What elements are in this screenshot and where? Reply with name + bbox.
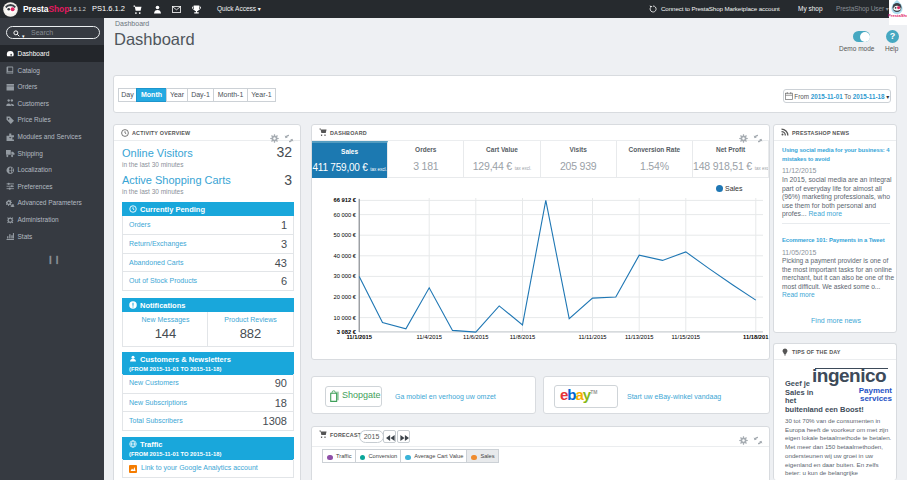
svg-text:40 000 €: 40 000 € (333, 253, 356, 259)
svg-text:11/8/2015: 11/8/2015 (510, 334, 535, 340)
svg-text:11/6/2015: 11/6/2015 (463, 334, 488, 340)
svg-text:66 912 €: 66 912 € (333, 197, 356, 203)
svg-text:30 000 €: 30 000 € (333, 273, 356, 279)
svg-text:11/13/2015: 11/13/2015 (625, 334, 654, 340)
svg-text:11/1/2015: 11/1/2015 (346, 334, 372, 340)
svg-text:20 000 €: 20 000 € (333, 294, 356, 300)
svg-text:11/18/201: 11/18/201 (743, 334, 769, 340)
svg-text:11/4/2015: 11/4/2015 (417, 334, 442, 340)
svg-text:11/15/2015: 11/15/2015 (672, 334, 701, 340)
svg-text:60 000 €: 60 000 € (333, 212, 356, 218)
svg-text:50 000 €: 50 000 € (333, 232, 356, 238)
svg-text:11/11/2015: 11/11/2015 (578, 334, 606, 340)
svg-text:10 000 €: 10 000 € (333, 315, 356, 321)
